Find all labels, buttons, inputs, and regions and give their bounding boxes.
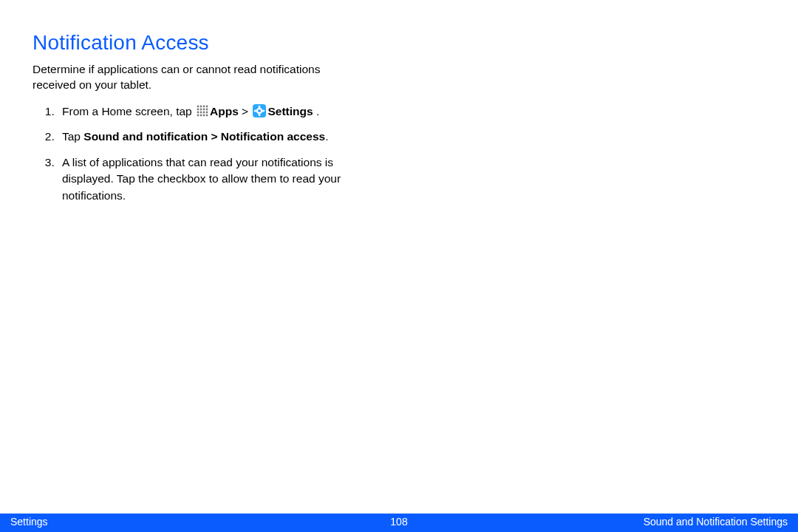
svg-point-11 — [206, 111, 208, 113]
intro-paragraph: Determine if applications can or cannot … — [33, 62, 335, 93]
svg-point-4 — [197, 108, 200, 110]
apps-grid-icon — [197, 105, 208, 117]
svg-point-3 — [206, 105, 208, 107]
svg-point-6 — [203, 108, 205, 110]
step-1-period: . — [313, 105, 320, 117]
footer-right: Sound and Notification Settings — [644, 516, 788, 528]
apps-label: Apps — [210, 105, 239, 117]
svg-point-5 — [200, 108, 202, 110]
steps-list: From a Home screen, tap Apps > — [33, 103, 352, 204]
svg-point-7 — [206, 108, 208, 110]
svg-point-1 — [200, 105, 202, 107]
step-2: Tap Sound and notification > Notificatio… — [58, 129, 352, 145]
svg-point-2 — [203, 105, 205, 107]
step-1-gt: > — [239, 105, 252, 117]
content-column: Notification Access Determine if applica… — [0, 0, 384, 204]
svg-point-0 — [197, 105, 200, 107]
svg-point-8 — [197, 111, 200, 113]
page-footer: Settings 108 Sound and Notification Sett… — [0, 514, 798, 532]
step-1: From a Home screen, tap Apps > — [58, 103, 352, 120]
svg-point-12 — [197, 114, 200, 116]
svg-point-15 — [206, 114, 208, 116]
step-2-prefix: Tap — [62, 130, 83, 143]
step-1-text-prefix: From a Home screen, tap — [62, 105, 195, 117]
svg-point-13 — [200, 114, 202, 116]
settings-gear-icon — [253, 104, 266, 117]
step-2-bold: Sound and notification > Notification ac… — [83, 130, 325, 143]
svg-point-9 — [200, 111, 202, 113]
svg-point-18 — [258, 109, 261, 112]
settings-label: Settings — [267, 105, 313, 117]
page-title: Notification Access — [33, 31, 352, 55]
svg-point-14 — [203, 114, 205, 116]
manual-page: Notification Access Determine if applica… — [0, 0, 798, 532]
svg-point-10 — [203, 111, 205, 113]
step-3: A list of applications that can read you… — [58, 154, 352, 204]
step-2-period: . — [325, 130, 328, 143]
